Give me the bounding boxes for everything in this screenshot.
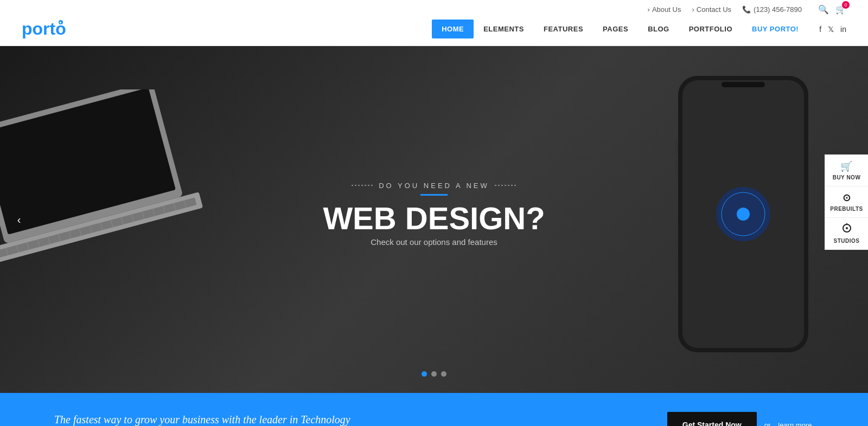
- header: About Us Contact Us 📞 (123) 456-7890 🔍 🛒…: [0, 0, 868, 46]
- get-started-button[interactable]: Get Started Now: [667, 412, 757, 426]
- nav-portfolio[interactable]: PORTFOLIO: [679, 20, 742, 38]
- dot-3[interactable]: [441, 371, 446, 377]
- svg-rect-24: [722, 82, 765, 87]
- twitter-icon[interactable]: 𝕏: [828, 25, 834, 34]
- search-icon[interactable]: 🔍: [818, 4, 829, 15]
- side-buttons: 🛒 BUY NOW ⊙ PREBUILTS STUDIOS: [825, 154, 868, 250]
- prebuilts-button[interactable]: ⊙ PREBUILTS: [825, 186, 868, 218]
- cta-text: The fastest way to grow your business wi…: [54, 414, 646, 427]
- studios-icon: [828, 223, 865, 236]
- prebuilts-icon: ⊙: [828, 192, 865, 204]
- prebuilts-label: PREBUILTS: [830, 206, 863, 212]
- svg-point-32: [846, 227, 848, 229]
- svg-point-27: [737, 208, 750, 221]
- contact-link[interactable]: Contact Us: [692, 5, 731, 14]
- svg-rect-28: [808, 127, 811, 149]
- about-link[interactable]: About Us: [648, 5, 681, 14]
- header-icons: 🔍 🛒 0: [818, 4, 846, 15]
- cta-main-text: The fastest way to grow your business wi…: [54, 414, 646, 426]
- learn-more-link[interactable]: learn more.: [778, 421, 814, 427]
- social-icons: f 𝕏 in: [819, 25, 846, 34]
- cart-icon[interactable]: 🛒 0: [835, 4, 846, 15]
- buy-now-button[interactable]: 🛒 BUY NOW: [825, 154, 868, 186]
- facebook-icon[interactable]: f: [819, 25, 821, 34]
- nav-blog[interactable]: BLOG: [638, 20, 679, 38]
- hero-title: WEB DESIGN?: [323, 201, 545, 236]
- nav-elements[interactable]: ELEMENTS: [474, 20, 534, 38]
- nav-features[interactable]: FEATURES: [534, 20, 593, 38]
- cta-banner: The fastest way to grow your business wi…: [0, 393, 868, 426]
- logo[interactable]: porto: [22, 19, 66, 39]
- phone-number: 📞 (123) 456-7890: [742, 5, 802, 14]
- svg-rect-30: [675, 160, 678, 176]
- buy-now-label: BUY NOW: [833, 175, 861, 180]
- hero-description: Check out our options and features: [323, 237, 545, 247]
- cta-or-text: or: [764, 421, 771, 427]
- cta-actions: Get Started Now or learn more.: [667, 412, 814, 426]
- studios-button[interactable]: STUDIOS: [825, 218, 868, 250]
- linkedin-icon[interactable]: in: [840, 25, 846, 34]
- nav-buy[interactable]: BUY PORTO!: [742, 20, 808, 38]
- cart-badge: 0: [842, 1, 850, 9]
- slider-dots: [422, 371, 446, 377]
- logo-text: porto: [22, 19, 66, 38]
- top-bar: About Us Contact Us 📞 (123) 456-7890 🔍 🛒…: [0, 0, 868, 19]
- nav-links: HOME ELEMENTS FEATURES PAGES BLOG PORTFO…: [432, 20, 808, 38]
- hero-subtitle: DO YOU NEED A NEW: [323, 182, 545, 190]
- phone-image: [673, 73, 825, 355]
- laptop-image: [0, 89, 206, 295]
- studios-label: STUDIOS: [834, 238, 860, 244]
- prev-arrow[interactable]: ‹: [11, 211, 27, 228]
- nav-bar: porto HOME ELEMENTS FEATURES PAGES BLOG …: [0, 19, 868, 46]
- dot-1[interactable]: [422, 371, 427, 377]
- dot-2[interactable]: [431, 371, 437, 377]
- nav-home[interactable]: HOME: [432, 20, 474, 38]
- cart-side-icon: 🛒: [828, 160, 865, 172]
- hero-content: DO YOU NEED A NEW WEB DESIGN? Check out …: [323, 182, 545, 258]
- nav-pages[interactable]: PAGES: [593, 20, 638, 38]
- svg-rect-29: [675, 138, 678, 154]
- phone-icon: 📞: [742, 5, 751, 14]
- hero-section: DO YOU NEED A NEW WEB DESIGN? Check out …: [0, 46, 868, 393]
